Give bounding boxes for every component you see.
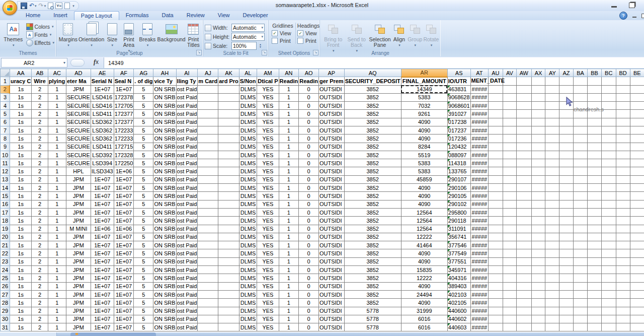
cell-AD-20[interactable]: JPM <box>66 233 91 241</box>
cell-AJ-1[interactable]: m Card <box>198 77 218 86</box>
cell-AA-17[interactable]: 1s <box>10 208 31 216</box>
cell-AX-1[interactable] <box>531 77 545 86</box>
cell-AV-21[interactable] <box>503 241 516 249</box>
cell-AT-10[interactable]: ##### <box>470 151 488 159</box>
cell-AF-16[interactable]: 1E+07 <box>114 200 134 208</box>
cell-AZ-8[interactable] <box>559 135 574 143</box>
cell-AG-5[interactable]: 5 <box>134 110 153 118</box>
cell-AC-2[interactable]: 1 <box>48 85 66 93</box>
cell-AH-15[interactable]: ON SRB <box>153 192 176 200</box>
cell-AW-18[interactable] <box>517 217 532 225</box>
cell-BB-20[interactable] <box>588 233 602 241</box>
cell-AQ-29[interactable]: 5778 <box>344 307 401 315</box>
cell-AH-9[interactable]: ON SRB <box>153 143 176 151</box>
cell-BA-31[interactable] <box>573 323 587 331</box>
cell-AQ-25[interactable]: 3852 <box>344 274 401 282</box>
cell-AI-20[interactable]: ost Paid <box>176 233 198 241</box>
cell-AE-21[interactable]: 1E+07 <box>91 241 114 249</box>
cell-AE-23[interactable]: 1E+07 <box>91 257 114 265</box>
cell-AU-6[interactable] <box>489 118 503 126</box>
cell-AZ-23[interactable] <box>559 257 574 265</box>
cell-AN-2[interactable]: 1 <box>279 85 299 93</box>
cell-AY-5[interactable] <box>545 110 559 118</box>
cell-AS-3[interactable]: 9068628 <box>447 93 470 101</box>
cell-AO-31[interactable]: 0 <box>299 323 319 331</box>
cell-AC-30[interactable]: 1 <box>48 315 66 323</box>
cell-AM-20[interactable]: YES <box>257 233 279 241</box>
cell-AB-26[interactable]: 2 <box>32 282 48 290</box>
column-header-AY[interactable]: AY <box>545 69 559 77</box>
cell-AV-25[interactable] <box>503 274 516 282</box>
cell-AB-24[interactable]: 2 <box>32 266 48 274</box>
cell-AG-7[interactable]: 5 <box>134 126 153 134</box>
cell-AL-21[interactable]: DLMS <box>239 241 257 249</box>
cell-AP-5[interactable]: OUTSIDI <box>318 110 344 118</box>
cell-AM-2[interactable]: YES <box>257 85 279 93</box>
cell-AS-21[interactable]: 377546 <box>447 241 470 249</box>
row-header-23[interactable]: 23 <box>1 257 10 265</box>
cell-AJ-18[interactable] <box>198 217 218 225</box>
cell-AZ-12[interactable] <box>559 167 574 175</box>
cell-AM-5[interactable]: YES <box>257 110 279 118</box>
cell-AT-3[interactable]: ##### <box>470 93 488 101</box>
cell-AB-28[interactable]: 2 <box>32 299 48 307</box>
cell-AN-25[interactable]: 1 <box>279 274 299 282</box>
cell-AU-3[interactable] <box>489 93 503 101</box>
cell-AP-18[interactable]: OUTSIDI <box>318 217 344 225</box>
cell-AK-3[interactable] <box>218 93 239 101</box>
cell-AZ-24[interactable] <box>559 266 574 274</box>
row-header-24[interactable]: 24 <box>1 266 10 274</box>
column-header-AZ[interactable]: AZ <box>559 69 574 77</box>
cell-AS-11[interactable]: 114318 <box>447 159 470 167</box>
cell-AC-22[interactable]: 1 <box>48 249 66 257</box>
cell-AE-31[interactable]: 1E+07 <box>91 323 114 331</box>
cell-AC-27[interactable]: 1 <box>48 290 66 298</box>
workbook-restore-button[interactable] <box>641 14 644 18</box>
cell-AH-30[interactable]: ON SRB <box>153 315 176 323</box>
cell-BD-10[interactable] <box>616 151 630 159</box>
cell-AK-17[interactable] <box>218 208 239 216</box>
cell-AK-9[interactable] <box>218 143 239 151</box>
cell-AI-29[interactable]: ost Paid <box>176 307 198 315</box>
cell-BC-2[interactable] <box>601 85 616 93</box>
cell-AF-11[interactable]: 172250 <box>114 159 134 167</box>
cell-BD-24[interactable] <box>616 266 630 274</box>
cell-AS-28[interactable]: 402105 <box>447 299 470 307</box>
cell-AN-10[interactable]: 1 <box>279 151 299 159</box>
cell-AS-14[interactable]: 290106 <box>447 184 470 192</box>
cell-AI-8[interactable]: ost Paid <box>176 135 198 143</box>
cell-AS-4[interactable]: 9068601 <box>447 102 470 110</box>
cell-AU-25[interactable] <box>489 274 503 282</box>
cell-AJ-5[interactable] <box>198 110 218 118</box>
cell-AP-17[interactable]: OUTSIDI <box>318 208 344 216</box>
cell-AB-29[interactable]: 2 <box>32 307 48 315</box>
cell-AM-31[interactable]: YES <box>257 323 279 331</box>
row-header-27[interactable]: 27 <box>1 290 10 298</box>
cell-BB-25[interactable] <box>588 274 602 282</box>
cell-AP-8[interactable]: OUTSIDI <box>318 135 344 143</box>
cell-AS-10[interactable]: 088097 <box>447 151 470 159</box>
cell-AU-7[interactable] <box>489 126 503 134</box>
cell-AB-12[interactable]: 2 <box>32 167 48 175</box>
cell-AG-8[interactable]: 5 <box>134 135 153 143</box>
cell-AL-4[interactable]: DLMS <box>239 102 257 110</box>
column-header-AW[interactable]: AW <box>517 69 532 77</box>
cell-BE-23[interactable] <box>630 257 644 265</box>
cell-AI-22[interactable]: ost Paid <box>176 249 198 257</box>
cell-AH-21[interactable]: ON SRB <box>153 241 176 249</box>
cell-AI-31[interactable]: ost Paid <box>176 323 198 331</box>
cell-AY-11[interactable] <box>545 159 559 167</box>
cell-AD-21[interactable]: JPM <box>66 241 91 249</box>
cell-AE-11[interactable]: LSD394 <box>91 159 114 167</box>
cell-AF-30[interactable]: 1E+07 <box>114 315 134 323</box>
cell-AA-15[interactable]: 1s <box>10 192 31 200</box>
cell-AF-18[interactable]: 1E+07 <box>114 217 134 225</box>
cell-AV-5[interactable] <box>503 110 516 118</box>
cell-AO-21[interactable]: 0 <box>299 241 319 249</box>
tab-page-layout[interactable]: Page Layout <box>74 11 119 20</box>
cell-BB-22[interactable] <box>588 249 602 257</box>
cell-AG-10[interactable]: 5 <box>134 151 153 159</box>
cell-AH-2[interactable]: ON SRB <box>153 85 176 93</box>
cell-AX-11[interactable] <box>531 159 545 167</box>
cell-AU-23[interactable] <box>489 257 503 265</box>
